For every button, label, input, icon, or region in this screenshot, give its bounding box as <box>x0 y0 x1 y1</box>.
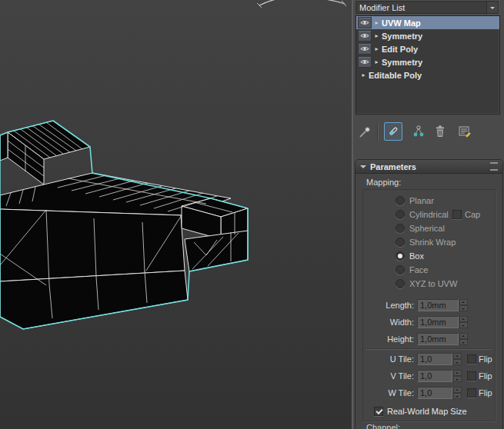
make-unique-button[interactable] <box>410 123 427 140</box>
w-tile-input[interactable]: 1,0 <box>417 387 452 399</box>
radio-shrink-wrap[interactable]: Shrink Wrap <box>396 236 456 248</box>
radio-label: Face <box>409 265 428 274</box>
modifier-name: Editable Poly <box>368 71 422 80</box>
modifier-stack-list: ▸ UVW Map ▸ Symmetry ▸ Edit Poly <box>355 15 500 115</box>
modifier-name: Symmetry <box>381 58 422 67</box>
radio-label: XYZ to UVW <box>409 279 457 288</box>
spin-up-button[interactable] <box>459 333 468 339</box>
u-tile-spinner <box>453 353 462 365</box>
radio-spherical[interactable]: Spherical <box>396 222 445 234</box>
visibility-eye-icon[interactable] <box>358 17 372 28</box>
width-row: Width: 1,0mm <box>368 316 468 328</box>
collapse-arrow-icon <box>360 165 366 171</box>
3dsmax-window: Modifier List ▸ UVW Map ▸ Symmetry <box>0 0 504 429</box>
radio-face[interactable]: Face <box>396 264 428 276</box>
spin-up-button[interactable] <box>459 316 468 322</box>
parameters-rollout-header[interactable]: Parameters <box>355 160 502 174</box>
stack-item-uvw-map[interactable]: ▸ UVW Map <box>356 16 499 29</box>
configure-modifier-sets-button[interactable] <box>456 123 473 140</box>
visibility-eye-icon[interactable] <box>358 56 372 68</box>
u-tile-row: U Tile: 1,0 Flip <box>368 353 492 365</box>
remove-modifier-button[interactable] <box>432 123 448 140</box>
chevron-down-icon[interactable] <box>486 2 498 13</box>
v-tile-spinner <box>453 370 462 382</box>
stack-toolbar <box>355 119 502 145</box>
width-spinner <box>459 316 468 328</box>
pin-icon <box>358 125 372 139</box>
rollout-grip-icon[interactable] <box>490 162 498 171</box>
spin-down-button[interactable] <box>459 305 468 311</box>
spin-up-button[interactable] <box>459 299 468 305</box>
stack-item-symmetry-2[interactable]: ▸ Symmetry <box>356 55 499 68</box>
u-tile-input[interactable]: 1,0 <box>417 353 452 365</box>
v-tile-label: V Tile: <box>368 371 417 381</box>
channel-label: Channel: <box>366 423 400 429</box>
checkbox-cap[interactable]: Cap <box>452 208 480 221</box>
expand-arrow-icon[interactable]: ▸ <box>372 16 381 29</box>
command-panel: Modifier List ▸ UVW Map ▸ Symmetry <box>353 0 504 429</box>
stack-item-symmetry-1[interactable]: ▸ Symmetry <box>356 29 499 42</box>
radio-xyz-to-uvw[interactable]: XYZ to UVW <box>396 278 457 290</box>
rollout-title: Parameters <box>370 162 416 171</box>
height-row: Height: 1,0mm <box>368 333 468 345</box>
checkbox-flip-u[interactable]: Flip <box>467 354 492 364</box>
checkbox-label: Cap <box>465 210 480 219</box>
expand-arrow-icon[interactable]: ▸ <box>359 68 368 81</box>
radio-icon <box>396 265 405 274</box>
show-end-result-icon <box>387 125 399 138</box>
spin-down-button[interactable] <box>459 339 468 345</box>
stack-item-edit-poly[interactable]: ▸ Edit Poly <box>356 42 499 55</box>
length-input[interactable]: 1,0mm <box>417 299 459 311</box>
v-tile-input[interactable]: 1,0 <box>417 370 452 382</box>
spin-down-button[interactable] <box>459 322 468 328</box>
spin-up-button[interactable] <box>453 353 462 359</box>
group-separator <box>366 348 492 350</box>
mapping-group-box: Planar Cylindrical Cap Spherical <box>362 189 496 421</box>
stack-item-editable-poly[interactable]: ▸ Editable Poly <box>356 68 499 81</box>
trash-icon <box>434 125 446 138</box>
parameters-rollout-body: Mapping: Planar Cylindrical Cap <box>355 174 502 429</box>
length-row: Length: 1,0mm <box>368 299 468 311</box>
spin-down-button[interactable] <box>453 359 462 365</box>
checkbox-real-world-map-size[interactable]: Real-World Map Size <box>374 407 467 416</box>
height-input[interactable]: 1,0mm <box>417 333 459 345</box>
width-label: Width: <box>368 318 417 327</box>
radio-label: Planar <box>409 196 434 205</box>
spin-up-button[interactable] <box>453 370 462 376</box>
checkbox-icon <box>467 354 476 364</box>
modifier-name: UVW Map <box>381 18 421 28</box>
expand-arrow-icon[interactable]: ▸ <box>372 29 381 42</box>
modifier-list-dropdown[interactable]: Modifier List <box>355 1 499 14</box>
viewport-canvas <box>0 0 352 429</box>
configure-modifier-sets-icon <box>458 125 472 138</box>
u-tile-label: U Tile: <box>368 354 417 364</box>
viewport-3d[interactable] <box>0 0 352 429</box>
checkbox-flip-w[interactable]: Flip <box>467 388 492 397</box>
expand-arrow-icon[interactable]: ▸ <box>372 42 381 55</box>
radio-label: Cylindrical <box>409 210 449 219</box>
modifier-name: Symmetry <box>381 32 422 41</box>
radio-planar[interactable]: Planar <box>396 195 434 207</box>
visibility-eye-icon[interactable] <box>358 43 372 55</box>
visibility-eye-icon[interactable] <box>358 30 372 42</box>
radio-label: Box <box>409 251 424 261</box>
pin-stack-button[interactable] <box>357 125 372 140</box>
show-end-result-button[interactable] <box>384 122 402 141</box>
w-tile-spinner <box>453 387 462 399</box>
checkbox-checked-icon <box>374 407 383 416</box>
length-label: Length: <box>368 301 417 310</box>
radio-box[interactable]: Box <box>396 250 424 262</box>
mapping-label: Mapping: <box>366 178 401 187</box>
spin-down-button[interactable] <box>453 393 462 399</box>
width-input[interactable]: 1,0mm <box>417 316 459 328</box>
checkbox-flip-v[interactable]: Flip <box>467 371 492 381</box>
expand-arrow-icon[interactable]: ▸ <box>372 55 381 68</box>
height-label: Height: <box>368 334 417 344</box>
radio-icon <box>396 238 405 247</box>
spin-up-button[interactable] <box>453 387 462 393</box>
checkbox-icon <box>452 210 462 219</box>
spin-down-button[interactable] <box>453 376 462 382</box>
flip-label: Flip <box>479 388 492 397</box>
radio-cylindrical[interactable]: Cylindrical <box>396 208 449 221</box>
radio-label: Shrink Wrap <box>409 238 456 247</box>
